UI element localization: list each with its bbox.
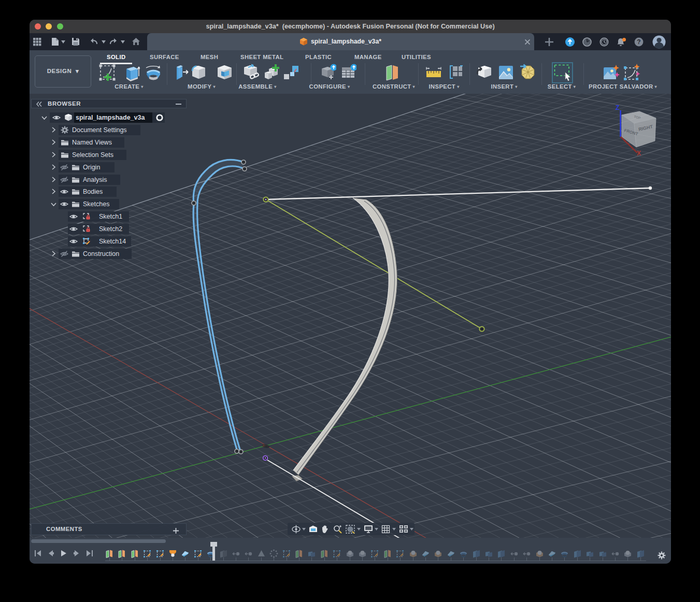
svg-text:?: ? [637,38,640,46]
svg-text:Z: Z [616,104,619,111]
svg-text:X: X [637,150,641,157]
